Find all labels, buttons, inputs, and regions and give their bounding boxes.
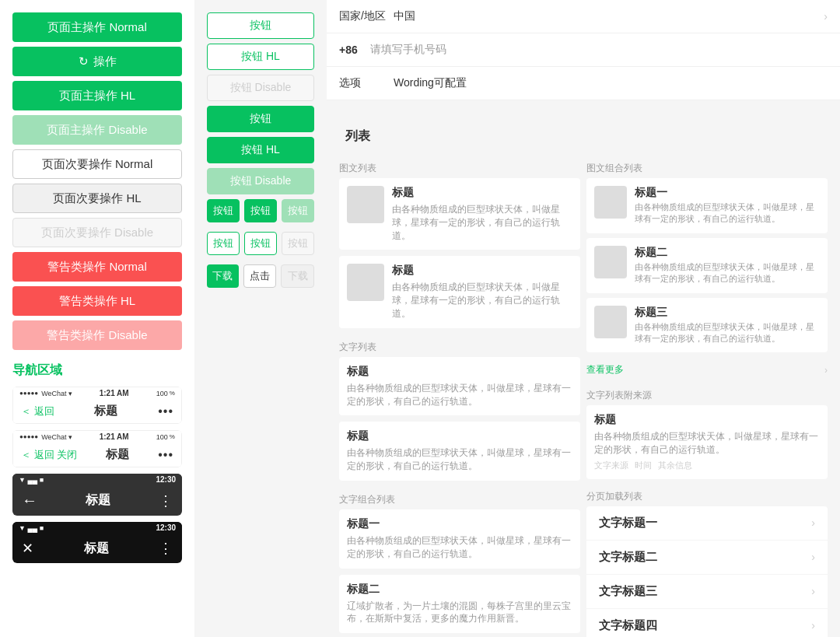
ios-title-1: 标题 [54, 404, 159, 418]
right-panel: 国家/地区 中国 › +86 请填写手机号码 选项 Wording可配置 列表 … [327, 0, 840, 637]
list-right-item-1: 标题二 由各种物质组成的巨型球状天体，叫做星球，星球有一定的形状，有自己的运行轨… [586, 238, 828, 293]
list-right-thumb-2 [594, 306, 627, 338]
list-right-content-2: 标题三 由各种物质组成的巨型球状天体，叫做星球，星球有一定的形状，有自己的运行轨… [635, 306, 820, 345]
list-title-0: 标题 [392, 186, 572, 200]
btn-primary-normal[interactable]: 页面主操作 Normal [12, 12, 182, 42]
list-source-meta: 文字来源 时间 其余信息 [594, 460, 820, 471]
see-more-right-arrow: › [824, 365, 828, 376]
android-nav-bar-2: ▼ ▄▄ ■ 12:30 ✕ 标题 ⋮ [12, 522, 182, 563]
nav-section-label: 导航区域 [12, 362, 182, 379]
spinner-icon: ↻ [79, 54, 89, 68]
list-text-item-0: 标题 由各种物质组成的巨型球状天体，叫做星球，星球有一定的形状，有自己的运行轨道… [339, 357, 580, 416]
list-content-1: 标题 由各种物质组成的巨型球状天体，叫做星球，星球有一定的形状，有自己的运行轨道… [392, 264, 572, 320]
subheader-paginated: 分页加载列表 [586, 484, 828, 506]
list-right-item-2: 标题三 由各种物质组成的巨型球状天体，叫做星球，星球有一定的形状，有自己的运行轨… [586, 298, 828, 353]
group-btn-2-1[interactable]: 按钮 [207, 232, 240, 255]
form-phone-placeholder: 请填写手机号码 [370, 43, 828, 57]
ios-nav-content-1: ＜ 返回 标题 ••• [13, 399, 181, 423]
paginated-arrow-3: › [811, 619, 815, 632]
form-label-country: 国家/地区 [339, 9, 394, 23]
list-section: 列表 图文列表 标题 由各种物质组成的巨型球状天体，叫做星球，星球有一定的形状，… [327, 113, 840, 637]
btn-secondary-disable: 页面次要操作 Disable [12, 218, 182, 247]
list-thumb-0 [347, 186, 384, 223]
paginated-arrow-2: › [811, 585, 815, 597]
list-header: 列表 [333, 119, 834, 149]
btn-primary-hl[interactable]: ↻ 操作 [12, 47, 182, 76]
paginated-item-1[interactable]: 文字标题二 › [586, 541, 828, 575]
list-text-item-1: 标题 由各种物质组成的巨型球状天体，叫做星球，星球有一定的形状，有自己的运行轨道… [339, 422, 580, 481]
btn-primary-disable: 页面主操作 Disable [12, 115, 182, 145]
list-right-content-0: 标题一 由各种物质组成的巨型球状天体，叫做星球，星球有一定的形状，有自己的运行轨… [635, 186, 820, 226]
list-desc-0: 由各种物质组成的巨型球状天体，叫做星球，星球有一定的形状，有自己的运行轨道。 [392, 203, 572, 242]
paginated-arrow-1: › [811, 551, 815, 563]
form-row-country[interactable]: 国家/地区 中国 › [327, 0, 840, 33]
subheader-imgcombo: 图文组合列表 [586, 156, 828, 178]
mid-btn-outline-disable: 按钮 Disable [207, 75, 314, 101]
list-right-content-1: 标题二 由各种物质组成的巨型球状天体，叫做星球，星球有一定的形状，有自己的运行轨… [635, 246, 820, 285]
btn-secondary-normal[interactable]: 页面次要操作 Normal [12, 149, 182, 179]
ios-more-btn-2[interactable]: ••• [158, 448, 173, 462]
form-row-phone[interactable]: +86 请填写手机号码 [327, 33, 840, 67]
list-title-1: 标题 [392, 264, 572, 278]
paginated-list: 文字标题一 › 文字标题二 › 文字标题三 › 文字标题四 › [586, 506, 828, 637]
ios-back-btn-1[interactable]: ＜ 返回 [21, 404, 54, 418]
form-row-option[interactable]: 选项 Wording可配置 [327, 67, 840, 100]
paginated-item-0[interactable]: 文字标题一 › [586, 506, 828, 541]
subheader-textcombo: 文字组合列表 [339, 487, 580, 509]
btn-danger-disable: 警告类操作 Disable [12, 320, 182, 350]
list-source-item: 标题 由各种物质组成的巨型球状天体，叫做星球，星球有一定的形状，有自己的运行轨道… [586, 405, 828, 479]
group-btn-2-3: 按钮 [282, 232, 314, 255]
android-more-btn-2[interactable]: ⋮ [159, 540, 173, 557]
list-right-thumb-0 [594, 186, 627, 219]
mid-btn-outline-hl[interactable]: 按钮 HL [207, 44, 314, 70]
group-btn-1-1[interactable]: 按钮 [207, 199, 240, 222]
list-text-title-1: 标题 [347, 429, 572, 443]
list-right-item-0: 标题一 由各种物质组成的巨型球状天体，叫做星球，星球有一定的形状，有自己的运行轨… [586, 178, 828, 233]
android-title-2: 标题 [33, 541, 159, 557]
group-btn-3-2[interactable]: 点击 [243, 264, 277, 288]
list-desc-1: 由各种物质组成的巨型球状天体，叫做星球，星球有一定的形状，有自己的运行轨道。 [392, 281, 572, 320]
paginated-item-3[interactable]: 文字标题四 › [586, 609, 828, 637]
form-value-country: 中国 [394, 9, 824, 23]
group-btn-2-2[interactable]: 按钮 [244, 232, 277, 255]
android-back-btn-1[interactable]: ← [22, 492, 37, 509]
ios-title-2: 标题 [77, 447, 158, 462]
mid-btn-outline[interactable]: 按钮 [207, 12, 314, 39]
see-more-right[interactable]: 查看更多 › [586, 357, 828, 383]
btn-danger-hl[interactable]: 警告类操作 HL [12, 286, 182, 316]
left-panel: 页面主操作 Normal ↻ 操作 页面主操作 HL 页面主操作 Disable… [0, 0, 194, 637]
ios-nav-bar-1: ●●●●● WeChat ▾ 1:21 AM 100 % ＜ 返回 标题 ••• [12, 387, 182, 424]
list-combo-item-1: 标题二 辽域扩散者，为一片土壤的混圆，每株子宫里的里云宝布，在斯斯中复活，更多的… [339, 575, 580, 634]
paginated-item-2[interactable]: 文字标题三 › [586, 575, 828, 609]
btn-secondary-hl[interactable]: 页面次要操作 HL [12, 184, 182, 213]
mid-btn-filled[interactable]: 按钮 [207, 106, 314, 132]
mid-btn-filled-hl[interactable]: 按钮 HL [207, 137, 314, 163]
form-arrow-country: › [824, 10, 828, 23]
android-close-btn-2[interactable]: ✕ [22, 540, 33, 557]
list-combo-desc-0: 由各种物质组成的巨型球状天体，叫做星球，星球有一定的形状，有自己的运行轨道。 [347, 534, 572, 561]
list-item-0: 标题 由各种物质组成的巨型球状天体，叫做星球，星球有一定的形状，有自己的运行轨道… [339, 178, 580, 250]
android-title-1: 标题 [37, 492, 159, 509]
ios-status-row: ●●●●● WeChat ▾ 1:21 AM 100 % [13, 387, 181, 399]
list-content-0: 标题 由各种物质组成的巨型球状天体，叫做星球，星球有一定的形状，有自己的运行轨道… [392, 186, 572, 242]
group-btn-1-3: 按钮 [282, 199, 314, 222]
list-thumb-1 [347, 264, 384, 301]
ios-more-btn-1[interactable]: ••• [158, 404, 173, 418]
form-label-option: 选项 [339, 76, 394, 90]
list-combo-desc-1: 辽域扩散者，为一片土壤的混圆，每株子宫里的里云宝布，在斯斯中复活，更多的魔力作用… [347, 600, 572, 626]
form-value-option: Wording可配置 [394, 76, 828, 90]
ios-nav-content-2: ＜ 返回 关闭 标题 ••• [13, 443, 181, 467]
btn-group-row-3: 下载 点击 下载 [207, 264, 314, 292]
list-right-thumb-1 [594, 246, 627, 278]
ios-back-btn-2[interactable]: ＜ 返回 关闭 [21, 448, 77, 462]
list-combo-title-0: 标题一 [347, 517, 572, 531]
group-btn-1-2[interactable]: 按钮 [244, 199, 277, 222]
btn-group-row-2: 按钮 按钮 按钮 [207, 232, 314, 260]
phone-form: 国家/地区 中国 › +86 请填写手机号码 选项 Wording可配置 [327, 0, 840, 113]
btn-danger-normal[interactable]: 警告类操作 Normal [12, 252, 182, 282]
btn-primary-hl-label[interactable]: 页面主操作 HL [12, 81, 182, 110]
android-more-btn-1[interactable]: ⋮ [159, 492, 173, 509]
list-text-desc-0: 由各种物质组成的巨型球状天体，叫做星球，星球有一定的形状，有自己的运行轨道。 [347, 382, 572, 408]
group-btn-3-3: 下载 [281, 264, 314, 288]
group-btn-3-1[interactable]: 下载 [207, 264, 239, 288]
